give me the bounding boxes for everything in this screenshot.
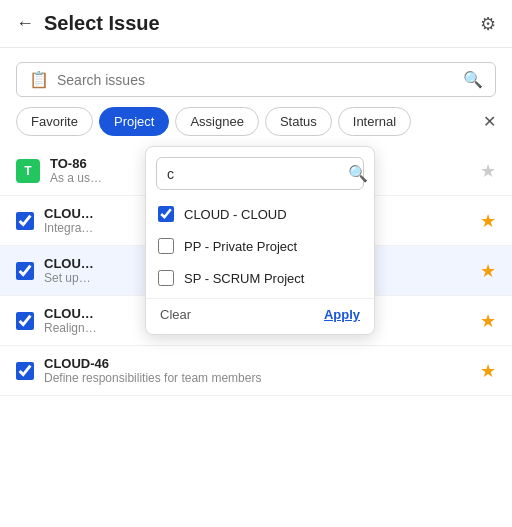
issue-checkbox[interactable]	[16, 312, 34, 330]
dropdown-option-cloud[interactable]: CLOUD - CLOUD	[146, 198, 374, 230]
issue-type-icon: T	[16, 159, 40, 183]
back-arrow-icon: ←	[16, 13, 34, 34]
dropdown-footer: Clear Apply	[146, 298, 374, 334]
issue-content: CLOUD-46 Define responsibilities for tea…	[44, 356, 470, 385]
gear-icon: ⚙	[480, 14, 496, 34]
tab-favorite[interactable]: Favorite	[16, 107, 93, 136]
issue-checkbox[interactable]	[16, 212, 34, 230]
tab-internal[interactable]: Internal	[338, 107, 411, 136]
dropdown-option-pp[interactable]: PP - Private Project	[146, 230, 374, 262]
option-checkbox-sp[interactable]	[158, 270, 174, 286]
dropdown-search-input[interactable]	[167, 166, 342, 182]
issue-checkbox[interactable]	[16, 262, 34, 280]
star-icon[interactable]: ★	[480, 160, 496, 182]
header: ← Select Issue ⚙	[0, 0, 512, 48]
search-icon: 🔍	[463, 70, 483, 89]
option-label-cloud: CLOUD - CLOUD	[184, 207, 287, 222]
tab-assignee[interactable]: Assignee	[175, 107, 258, 136]
option-label-pp: PP - Private Project	[184, 239, 297, 254]
tab-project[interactable]: Project	[99, 107, 169, 136]
doc-icon: 📋	[29, 70, 49, 89]
issue-id: CLOUD-46	[44, 356, 470, 371]
star-icon[interactable]: ★	[480, 310, 496, 332]
option-checkbox-cloud[interactable]	[158, 206, 174, 222]
table-row: CLOUD-46 Define responsibilities for tea…	[0, 346, 512, 396]
project-dropdown: 🔍 CLOUD - CLOUD PP - Private Project SP …	[145, 146, 375, 335]
search-input[interactable]	[57, 72, 455, 88]
clear-filters-button[interactable]: ✕	[483, 112, 496, 131]
back-button[interactable]: ←	[16, 13, 34, 34]
issue-checkbox[interactable]	[16, 362, 34, 380]
filter-tabs: Favorite Project Assignee Status Interna…	[0, 107, 512, 146]
header-left: ← Select Issue	[16, 12, 160, 35]
dropdown-search-icon: 🔍	[348, 164, 368, 183]
star-icon[interactable]: ★	[480, 260, 496, 282]
issue-description: Define responsibilities for team members	[44, 371, 470, 385]
option-checkbox-pp[interactable]	[158, 238, 174, 254]
search-bar: 📋 🔍	[16, 62, 496, 97]
close-icon: ✕	[483, 112, 496, 131]
settings-button[interactable]: ⚙	[480, 13, 496, 35]
option-label-sp: SP - SCRUM Project	[184, 271, 304, 286]
tab-status[interactable]: Status	[265, 107, 332, 136]
issue-list: T TO-86 As a us… ★ CLOU… Integra… ★ CLOU…	[0, 146, 512, 396]
dropdown-option-sp[interactable]: SP - SCRUM Project	[146, 262, 374, 294]
star-icon[interactable]: ★	[480, 360, 496, 382]
dropdown-clear-button[interactable]: Clear	[160, 307, 191, 322]
page-title: Select Issue	[44, 12, 160, 35]
star-icon[interactable]: ★	[480, 210, 496, 232]
dropdown-search-bar: 🔍	[156, 157, 364, 190]
dropdown-apply-button[interactable]: Apply	[324, 307, 360, 322]
search-section: 📋 🔍	[0, 48, 512, 107]
